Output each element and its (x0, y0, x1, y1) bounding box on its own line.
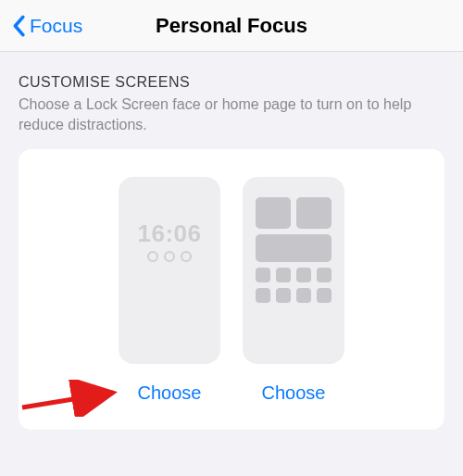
lock-screen-dots (119, 251, 220, 262)
choose-home-screen-button[interactable]: Choose (262, 382, 326, 404)
svg-line-0 (22, 393, 113, 407)
lock-screen-preview-col: 16:06 Choose (119, 177, 220, 404)
back-label: Focus (30, 15, 82, 37)
chevron-left-icon (11, 15, 26, 37)
home-screen-grid-icon (256, 197, 332, 308)
navbar: Focus Personal Focus (0, 0, 463, 52)
section-header: CUSTOMISE SCREENS (19, 74, 444, 91)
home-screen-preview[interactable] (243, 177, 344, 364)
lock-screen-preview[interactable]: 16:06 (119, 177, 220, 364)
section-customise-screens: CUSTOMISE SCREENS Choose a Lock Screen f… (0, 52, 463, 142)
home-screen-preview-col: Choose (243, 177, 344, 404)
lock-screen-time: 16:06 (119, 219, 220, 248)
section-description: Choose a Lock Screen face or home page t… (19, 94, 444, 134)
back-button[interactable]: Focus (11, 15, 82, 37)
screens-card: 16:06 Choose Choose (19, 149, 444, 430)
choose-lock-screen-button[interactable]: Choose (138, 382, 202, 404)
